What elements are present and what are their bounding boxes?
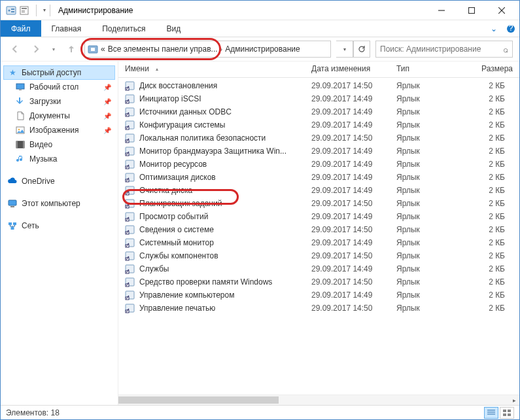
file-row[interactable]: Управление печатью29.09.2017 14:50Ярлык2… bbox=[118, 302, 519, 315]
file-type: Ярлык bbox=[396, 81, 462, 90]
search-icon[interactable]: ⌕ bbox=[503, 44, 508, 54]
tab-file[interactable]: Файл bbox=[1, 20, 41, 37]
sort-asc-icon: ▴ bbox=[156, 66, 158, 72]
refresh-button[interactable] bbox=[353, 41, 370, 58]
svg-rect-26 bbox=[13, 222, 16, 225]
sidebar-network[interactable]: Сеть bbox=[3, 219, 115, 233]
tab-home[interactable]: Главная bbox=[41, 20, 92, 37]
h-scrollbar[interactable]: ◂ ▸ bbox=[118, 394, 519, 405]
help-icon[interactable]: ? bbox=[502, 20, 519, 37]
file-name: Сведения о системе bbox=[139, 225, 214, 234]
file-row[interactable]: Диск восстановления29.09.2017 14:50Ярлык… bbox=[118, 79, 519, 92]
file-name: Оптимизация дисков bbox=[139, 173, 216, 182]
file-date: 29.09.2017 14:49 bbox=[311, 186, 396, 195]
file-row[interactable]: Сведения о системе29.09.2017 14:50Ярлык2… bbox=[118, 223, 519, 236]
svg-rect-15 bbox=[91, 48, 95, 51]
documents-icon bbox=[15, 111, 26, 121]
properties-icon[interactable] bbox=[19, 5, 29, 16]
qat-dropdown-icon[interactable]: ▾ bbox=[43, 7, 46, 13]
file-date: 29.09.2017 14:50 bbox=[311, 277, 396, 287]
svg-rect-70 bbox=[508, 413, 511, 416]
svg-rect-68 bbox=[508, 410, 511, 412]
recent-locations-button[interactable]: ▾ bbox=[49, 41, 58, 57]
file-row[interactable]: Оптимизация дисков29.09.2017 14:49Ярлык2… bbox=[118, 171, 519, 184]
sidebar-item[interactable]: Музыка bbox=[3, 152, 115, 166]
breadcrumb-current[interactable]: Администрирование bbox=[225, 44, 300, 54]
file-row[interactable]: Службы29.09.2017 14:49Ярлык2 КБ bbox=[118, 262, 519, 275]
file-name: Планировщик заданий bbox=[139, 199, 222, 208]
column-type[interactable]: Тип bbox=[396, 64, 462, 73]
file-row[interactable]: Инициатор iSCSI29.09.2017 14:49Ярлык2 КБ bbox=[118, 92, 519, 105]
file-size: 2 КБ bbox=[462, 225, 513, 234]
address-dropdown[interactable]: ▾ bbox=[336, 41, 353, 58]
tab-share[interactable]: Поделиться bbox=[92, 20, 156, 37]
file-row[interactable]: Локальная политика безопасности29.09.201… bbox=[118, 131, 519, 145]
forward-button[interactable] bbox=[28, 41, 44, 57]
file-row[interactable]: Средство проверки памяти Windows29.09.20… bbox=[118, 275, 519, 289]
file-date: 29.09.2017 14:50 bbox=[311, 133, 396, 143]
address-bar[interactable]: « Все элементы панели управ...› Админист… bbox=[84, 41, 331, 58]
file-row[interactable]: Источники данных ODBC29.09.2017 14:49Ярл… bbox=[118, 105, 519, 118]
column-headers: Имени▴ Дата изменения Тип Размера bbox=[118, 61, 519, 78]
file-date: 29.09.2017 14:49 bbox=[311, 238, 396, 247]
maximize-button[interactable] bbox=[457, 1, 487, 20]
folder-icon bbox=[88, 44, 98, 54]
file-date: 29.09.2017 14:49 bbox=[311, 264, 396, 273]
column-name[interactable]: Имени▴ bbox=[125, 64, 311, 73]
file-size: 2 КБ bbox=[462, 238, 513, 247]
minimize-button[interactable] bbox=[426, 1, 457, 20]
ribbon-expand-icon[interactable]: ⌄ bbox=[485, 20, 502, 37]
up-button[interactable] bbox=[63, 41, 79, 57]
file-date: 29.09.2017 14:49 bbox=[311, 107, 396, 116]
file-row[interactable]: Конфигурация системы29.09.2017 14:49Ярлы… bbox=[118, 118, 519, 131]
file-type: Ярлык bbox=[396, 94, 462, 103]
sidebar-item[interactable]: Изображения📌 bbox=[3, 123, 115, 137]
view-large-button[interactable] bbox=[500, 407, 514, 419]
file-row[interactable]: Очистка диска29.09.2017 14:49Ярлык2 КБ bbox=[118, 184, 519, 197]
sidebar-item[interactable]: Рабочий стол📌 bbox=[3, 80, 115, 94]
shortcut-icon bbox=[125, 185, 135, 196]
file-name: Источники данных ODBC bbox=[139, 107, 232, 116]
sidebar-item[interactable]: Видео bbox=[3, 137, 115, 152]
file-size: 2 КБ bbox=[462, 94, 513, 103]
svg-rect-67 bbox=[503, 410, 506, 412]
quick-access-toolbar: ▾ bbox=[6, 5, 46, 16]
pin-icon: 📌 bbox=[103, 98, 111, 105]
svg-rect-7 bbox=[22, 12, 25, 12]
back-button[interactable] bbox=[7, 41, 23, 57]
pin-icon: 📌 bbox=[103, 84, 111, 91]
sidebar-quick-access[interactable]: ★ Быстрый доступ bbox=[3, 65, 115, 80]
file-row[interactable]: Системный монитор29.09.2017 14:49Ярлык2 … bbox=[118, 236, 519, 249]
scroll-thumb[interactable] bbox=[118, 396, 279, 404]
close-button[interactable] bbox=[487, 1, 517, 20]
breadcrumb-parent[interactable]: Все элементы панели управ...› bbox=[108, 44, 223, 54]
file-size: 2 КБ bbox=[462, 81, 513, 90]
control-panel-icon bbox=[6, 5, 16, 16]
file-size: 2 КБ bbox=[462, 277, 513, 287]
file-date: 29.09.2017 14:49 bbox=[311, 173, 396, 182]
search-input[interactable] bbox=[380, 44, 499, 54]
view-details-button[interactable] bbox=[484, 407, 498, 419]
file-row[interactable]: Управление компьютером29.09.2017 14:49Яр… bbox=[118, 289, 519, 302]
file-row[interactable]: Монитор ресурсов29.09.2017 14:49Ярлык2 К… bbox=[118, 158, 519, 171]
sidebar-item[interactable]: Документы📌 bbox=[3, 109, 115, 123]
file-name: Службы компонентов bbox=[139, 251, 218, 260]
sidebar-item[interactable]: Загрузки📌 bbox=[3, 94, 115, 109]
file-row[interactable]: Планировщик заданий29.09.2017 14:50Ярлык… bbox=[118, 197, 519, 210]
tab-view[interactable]: Вид bbox=[156, 20, 191, 37]
search-box[interactable]: ⌕ bbox=[375, 41, 513, 58]
file-row[interactable]: Монитор брандмауэра Защитника Win...29.0… bbox=[118, 145, 519, 158]
breadcrumb-prefix[interactable]: « bbox=[101, 44, 105, 54]
shortcut-icon bbox=[125, 237, 135, 248]
sidebar-onedrive[interactable]: OneDrive bbox=[3, 174, 115, 188]
pictures-icon bbox=[15, 125, 26, 135]
sidebar-this-pc[interactable]: Этот компьютер bbox=[3, 196, 115, 211]
file-row[interactable]: Просмотр событий29.09.2017 14:49Ярлык2 К… bbox=[118, 210, 519, 223]
column-date[interactable]: Дата изменения bbox=[311, 64, 396, 73]
file-size: 2 КБ bbox=[462, 133, 513, 143]
scroll-right-icon[interactable]: ▸ bbox=[509, 395, 519, 405]
file-list[interactable]: Диск восстановления29.09.2017 14:50Ярлык… bbox=[118, 78, 519, 394]
file-row[interactable]: Службы компонентов29.09.2017 14:50Ярлык2… bbox=[118, 249, 519, 262]
column-size[interactable]: Размера bbox=[462, 64, 513, 73]
file-type: Ярлык bbox=[396, 277, 462, 287]
